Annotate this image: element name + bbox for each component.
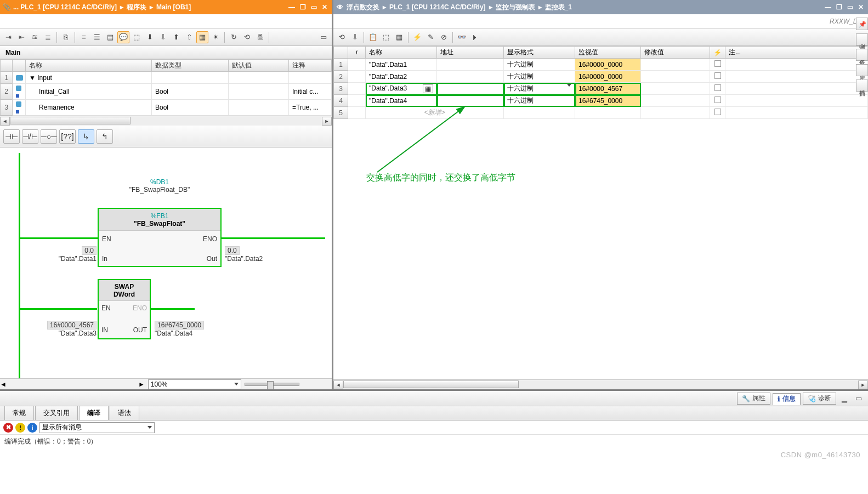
tool-10[interactable]: ⬚ bbox=[131, 31, 143, 43]
tool-15[interactable]: ▦ bbox=[196, 31, 208, 43]
col-format[interactable]: 显示格式 bbox=[504, 47, 575, 59]
zoom-slider[interactable] bbox=[245, 383, 299, 386]
fb-swapfloat-block[interactable]: %FB1 "FB_SwapFloat" EN ENO In Out bbox=[98, 208, 222, 267]
subtab-常规[interactable]: 常规 bbox=[4, 406, 34, 420]
watch-row[interactable]: 2 "Data".Data2 十六进制 16#0000_0000 bbox=[334, 71, 868, 83]
tool-5[interactable]: ⎘ bbox=[60, 31, 72, 43]
wtool-1[interactable]: ⟲ bbox=[336, 31, 348, 43]
error-icon[interactable]: ✖ bbox=[3, 423, 13, 433]
tool-2[interactable]: ⇤ bbox=[15, 31, 27, 43]
zoom-select[interactable]: 100% bbox=[148, 379, 241, 389]
col-modify[interactable]: 修改值 bbox=[641, 47, 710, 59]
col-comment[interactable]: 注... bbox=[725, 47, 868, 59]
minimize-button[interactable]: — bbox=[823, 3, 833, 12]
panel-max-button[interactable]: ▭ bbox=[853, 393, 865, 405]
subtab-语法[interactable]: 语法 bbox=[110, 406, 139, 420]
col-type[interactable]: 数据类型 bbox=[152, 60, 229, 72]
bottom-tab-信息[interactable]: ℹ信息 bbox=[773, 393, 801, 405]
message-filter-select[interactable]: 显示所有消息 bbox=[39, 422, 155, 433]
wtool-7[interactable]: ✎ bbox=[424, 31, 436, 43]
breadcrumb-part[interactable]: 监控表_1 bbox=[545, 3, 572, 12]
subtab-编译[interactable]: 编译 bbox=[79, 406, 109, 420]
watch-row[interactable]: 4 "Data".Data4 十六进制 16#6745_0000 bbox=[334, 95, 868, 107]
sidetab-pin[interactable]: 📌 bbox=[856, 18, 868, 30]
scroll-right-button[interactable]: ► bbox=[322, 117, 332, 126]
watch-row[interactable]: 3 "Data".Data3 ▦ 十六进制 16#0000_4567 bbox=[334, 83, 868, 95]
scroll-track[interactable] bbox=[10, 117, 322, 126]
sidetab-lib[interactable]: 库 bbox=[856, 64, 868, 76]
branch-up-button[interactable]: ↰ bbox=[97, 129, 113, 144]
col-i[interactable]: i bbox=[348, 47, 366, 59]
scroll-thumb[interactable] bbox=[10, 117, 131, 124]
close-button[interactable]: ✕ bbox=[856, 3, 866, 12]
wtool-5[interactable]: ▦ bbox=[393, 31, 405, 43]
sidetab-test[interactable]: 测试 bbox=[856, 33, 868, 46]
tool-18[interactable]: ⟲ bbox=[241, 31, 253, 43]
breadcrumb-part[interactable]: PLC_1 [CPU 1214C AC/DC/Rly] bbox=[389, 3, 486, 11]
breadcrumb-part[interactable]: Main [OB1] bbox=[156, 3, 191, 11]
tool-comment[interactable]: 💬 bbox=[117, 31, 129, 43]
tool-4[interactable]: ≣ bbox=[42, 31, 54, 43]
iface-row[interactable]: 3 Remanence Bool=True, ... bbox=[1, 100, 332, 116]
scroll-left-button[interactable]: ◄ bbox=[0, 381, 7, 388]
scroll-right-button[interactable]: ► bbox=[858, 381, 868, 389]
tool-14[interactable]: ⇧ bbox=[183, 31, 195, 43]
col-name[interactable]: 名称 bbox=[26, 60, 152, 72]
maximize-button[interactable]: ▭ bbox=[845, 3, 855, 12]
tool-11[interactable]: ⬇ bbox=[144, 31, 156, 43]
tool-8[interactable]: ▤ bbox=[104, 31, 116, 43]
col-monitor[interactable]: 监视值 bbox=[575, 47, 641, 59]
coil-button[interactable]: ─○─ bbox=[41, 129, 57, 144]
wtool-6[interactable]: ⚡ bbox=[411, 31, 423, 43]
watch-row[interactable]: 1 "Data".Data1 十六进制 16#0000_0000 bbox=[334, 59, 868, 71]
subtab-交叉引用[interactable]: 交叉引用 bbox=[35, 406, 78, 420]
bottom-tab-诊断[interactable]: 🩺诊断 bbox=[803, 393, 836, 405]
scroll-thumb[interactable] bbox=[343, 381, 519, 388]
warning-icon[interactable]: ! bbox=[15, 423, 25, 433]
col-comment[interactable]: 注释 bbox=[289, 60, 332, 72]
col-name[interactable]: 名称 bbox=[366, 47, 437, 59]
sidetab-task[interactable]: 任务 bbox=[856, 49, 868, 61]
tool-16[interactable]: ✴ bbox=[209, 31, 222, 43]
minimize-button[interactable]: — bbox=[287, 3, 297, 12]
scroll-left-button[interactable]: ◄ bbox=[0, 117, 10, 126]
col-addr[interactable]: 地址 bbox=[437, 47, 504, 59]
tool-19[interactable]: 🖶 bbox=[254, 31, 266, 43]
breadcrumb-part[interactable]: ... PLC_1 [CPU 1214C AC/DC/Rly] bbox=[13, 3, 117, 11]
maximize-button[interactable]: ▭ bbox=[309, 3, 319, 12]
breadcrumb-part[interactable]: 浮点数交换 bbox=[347, 3, 379, 12]
tool-17[interactable]: ↻ bbox=[228, 31, 240, 43]
tool-13[interactable]: ⬆ bbox=[170, 31, 182, 43]
restore-button[interactable]: ❐ bbox=[298, 3, 308, 12]
tool-6[interactable]: ≡ bbox=[78, 31, 90, 43]
tool-1[interactable]: ⇥ bbox=[2, 31, 14, 43]
col-bolt[interactable]: ⚡ bbox=[710, 47, 725, 59]
ladder-canvas[interactable]: %DB1 "FB_SwapFloat_DB" %FB1 "FB_SwapFloa… bbox=[0, 147, 332, 389]
watch-hscroll[interactable]: ◄ ► bbox=[333, 379, 868, 389]
iface-hscroll[interactable]: ◄ ► bbox=[0, 116, 332, 126]
contact-nc-button[interactable]: ⊣/⊢ bbox=[22, 129, 38, 144]
iface-row[interactable]: 1 ▼ Input bbox=[1, 72, 332, 84]
wtool-2[interactable]: ⇩ bbox=[349, 31, 361, 43]
tool-panel[interactable]: ▭ bbox=[317, 31, 330, 43]
panel-min-button[interactable]: ▁ bbox=[838, 393, 850, 405]
swap-dword-block[interactable]: SWAP DWord EN ENO IN OUT bbox=[98, 279, 151, 339]
sidetab-plugin[interactable]: 插件 bbox=[856, 80, 868, 92]
wtool-3[interactable]: 📋 bbox=[367, 31, 379, 43]
bottom-tab-属性[interactable]: 🔧属性 bbox=[737, 393, 770, 405]
branch-button[interactable]: ↳ bbox=[78, 129, 94, 144]
restore-button[interactable]: ❐ bbox=[834, 3, 844, 12]
col-icon[interactable] bbox=[13, 60, 26, 72]
wtool-4[interactable]: ⬚ bbox=[380, 31, 392, 43]
box-button[interactable]: [??] bbox=[59, 129, 76, 144]
tool-12[interactable]: ⇩ bbox=[157, 31, 169, 43]
wtool-8[interactable]: ⊘ bbox=[438, 31, 450, 43]
wtool-10[interactable]: ⏵ bbox=[469, 31, 481, 43]
breadcrumb-part[interactable]: 程序块 bbox=[127, 3, 146, 12]
watch-row[interactable]: 5<新增> bbox=[334, 107, 868, 119]
tool-7[interactable]: ☰ bbox=[91, 31, 103, 43]
tool-3[interactable]: ≋ bbox=[29, 31, 41, 43]
info-icon[interactable]: i bbox=[27, 423, 37, 433]
scroll-track[interactable] bbox=[343, 381, 858, 389]
wtool-9[interactable]: 👓 bbox=[456, 31, 468, 43]
